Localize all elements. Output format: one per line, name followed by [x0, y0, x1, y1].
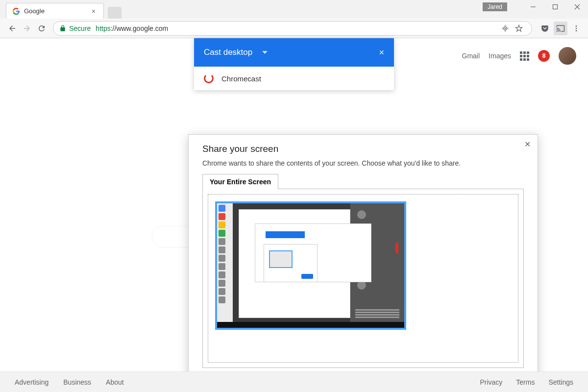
location-icon[interactable]: [498, 22, 512, 35]
screen-thumbnail[interactable]: [215, 201, 406, 330]
share-title: Share your screen: [202, 144, 524, 154]
back-button[interactable]: [5, 21, 20, 36]
preview-container: [208, 194, 518, 363]
google-favicon-icon: [12, 7, 20, 15]
share-tabs: Your Entire Screen: [202, 174, 524, 189]
footer-settings[interactable]: Settings: [548, 378, 573, 386]
apps-icon[interactable]: [520, 51, 529, 61]
chevron-down-icon: [262, 50, 268, 55]
user-tag: Jared: [483, 2, 507, 11]
close-button[interactable]: [566, 0, 588, 14]
cast-device-name: Chromecast: [221, 74, 261, 83]
new-tab-button[interactable]: [108, 7, 122, 19]
pocket-icon[interactable]: [538, 22, 552, 35]
footer-right: Privacy Terms Settings: [480, 378, 573, 386]
secure-indicator: Secure: [59, 24, 91, 32]
svg-point-12: [576, 30, 577, 31]
footer-business[interactable]: Business: [63, 378, 91, 386]
footer: Advertising Business About Privacy Terms…: [0, 371, 588, 392]
footer-advertising[interactable]: Advertising: [15, 378, 49, 386]
images-link[interactable]: Images: [489, 52, 511, 60]
tab-entire-screen[interactable]: Your Entire Screen: [202, 174, 278, 189]
reload-button[interactable]: [34, 21, 49, 36]
gmail-link[interactable]: Gmail: [462, 52, 480, 60]
extension-icons: [538, 22, 583, 35]
cast-header: Cast desktop ×: [194, 38, 394, 67]
toolbar: Secure https://www.google.com: [0, 19, 588, 38]
share-close-icon[interactable]: ✕: [524, 140, 531, 149]
menu-icon[interactable]: [569, 22, 583, 35]
share-description: Chrome wants to share the contents of yo…: [202, 159, 524, 167]
svg-point-11: [576, 27, 577, 29]
window-controls: Jared: [483, 0, 588, 14]
avatar[interactable]: [559, 47, 576, 65]
forward-button[interactable]: [20, 21, 34, 36]
footer-left: Advertising Business About: [15, 378, 124, 386]
spinner-icon: [204, 74, 214, 83]
cast-close-icon[interactable]: ×: [379, 48, 384, 58]
footer-privacy[interactable]: Privacy: [480, 378, 502, 386]
star-icon[interactable]: [512, 22, 526, 35]
minimize-button[interactable]: [522, 0, 544, 14]
url-text: https://www.google.com: [96, 24, 168, 32]
page-content: Gmail Images 8 Cast desktop × Chromecast…: [0, 38, 588, 371]
address-bar[interactable]: Secure https://www.google.com: [53, 21, 532, 36]
tab-close-icon[interactable]: ×: [90, 7, 98, 15]
svg-point-5: [505, 27, 506, 29]
google-header: Gmail Images 8: [462, 47, 576, 65]
svg-rect-1: [553, 5, 557, 9]
maximize-button[interactable]: [544, 0, 566, 14]
svg-point-10: [576, 25, 577, 27]
cast-icon[interactable]: [554, 22, 567, 35]
share-screen-dialog: ✕ Share your screen Chrome wants to shar…: [188, 134, 538, 392]
browser-tab[interactable]: Google ×: [6, 3, 104, 19]
notification-badge[interactable]: 8: [538, 50, 550, 62]
share-preview-area: [202, 189, 524, 368]
lock-icon: [59, 25, 66, 32]
cast-title-dropdown[interactable]: Cast desktop: [204, 48, 379, 57]
secure-label: Secure: [69, 24, 91, 32]
cast-device-row[interactable]: Chromecast: [194, 67, 394, 90]
footer-terms[interactable]: Terms: [516, 378, 535, 386]
tab-title: Google: [24, 7, 90, 15]
cast-popup: Cast desktop × Chromecast: [194, 38, 394, 90]
footer-about[interactable]: About: [106, 378, 124, 386]
cast-title-text: Cast desktop: [204, 48, 252, 57]
